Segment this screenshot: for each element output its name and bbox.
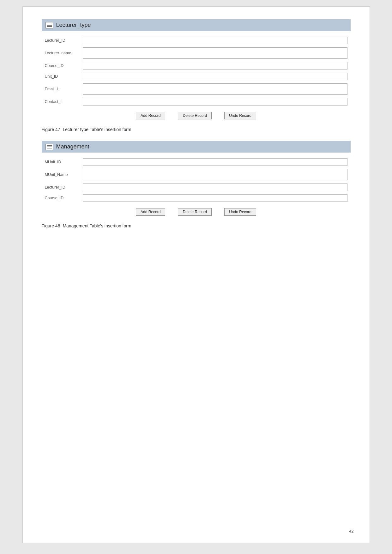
form2-delete-button[interactable]: Delete Record [178, 208, 212, 216]
field-row: Lecturer_ID [45, 184, 347, 191]
form1-header: Lecturer_type [42, 19, 351, 31]
form2-add-button[interactable]: Add Record [136, 208, 165, 216]
form2-header-icon [45, 144, 53, 150]
form2-undo-button[interactable]: Undo Record [224, 208, 256, 216]
field-label: MUnit_Name [45, 172, 83, 177]
field-label: Lecturer_ID [45, 185, 83, 190]
form1-add-button[interactable]: Add Record [136, 112, 165, 119]
form2-fields: MUnit_IDMUnit_NameLecturer_IDCourse_ID [42, 158, 351, 202]
field-row: MUnit_ID [45, 158, 347, 166]
form2-title: Management [56, 143, 89, 150]
field-label: Course_ID [45, 196, 83, 200]
field-label: Unit_ID [45, 74, 83, 79]
form1-undo-button[interactable]: Undo Record [224, 112, 256, 119]
form-management: Management MUnit_IDMUnit_NameLecturer_ID… [42, 141, 351, 228]
page: Lecturer_type Lecturer_IDLecturer_nameCo… [22, 6, 370, 543]
form2-button-row: Add Record Delete Record Undo Record [42, 208, 351, 219]
form1-button-row: Add Record Delete Record Undo Record [42, 112, 351, 123]
page-number: 42 [349, 529, 353, 533]
field-input-munit-id[interactable] [83, 158, 347, 166]
field-label: Course_ID [45, 63, 83, 68]
field-input-email-l[interactable] [83, 83, 347, 95]
form1-delete-button[interactable]: Delete Record [178, 112, 212, 119]
field-input-course-id[interactable] [83, 62, 347, 69]
field-input-munit-name[interactable] [83, 169, 347, 180]
form1-title: Lecturer_type [56, 22, 91, 28]
field-row: Contact_L [45, 98, 347, 105]
field-row: Lecturer_ID [45, 37, 347, 44]
field-row: Email_L [45, 83, 347, 95]
field-row: Unit_ID [45, 73, 347, 80]
field-label: Contact_L [45, 99, 83, 104]
form-lecturer-type: Lecturer_type Lecturer_IDLecturer_nameCo… [42, 19, 351, 132]
field-row: MUnit_Name [45, 169, 347, 180]
form2-header: Management [42, 141, 351, 153]
field-input-lecturer-id[interactable] [83, 184, 347, 191]
field-label: Lecturer_ID [45, 38, 83, 43]
form1-caption: Figure 47: Lecturer type Table's inserti… [42, 127, 351, 132]
field-input-lecturer-name[interactable] [83, 47, 347, 59]
field-input-course-id[interactable] [83, 194, 347, 202]
field-label: MUnit_ID [45, 160, 83, 164]
field-label: Email_L [45, 87, 83, 91]
form2-caption: Figure 48: Management Table's insertion … [42, 223, 351, 228]
field-row: Course_ID [45, 62, 347, 69]
field-input-unit-id[interactable] [83, 73, 347, 80]
form1-fields: Lecturer_IDLecturer_nameCourse_IDUnit_ID… [42, 37, 351, 105]
field-input-contact-l[interactable] [83, 98, 347, 105]
field-input-lecturer-id[interactable] [83, 37, 347, 44]
form1-header-icon [45, 22, 53, 28]
field-label: Lecturer_name [45, 51, 83, 55]
field-row: Lecturer_name [45, 47, 347, 59]
field-row: Course_ID [45, 194, 347, 202]
